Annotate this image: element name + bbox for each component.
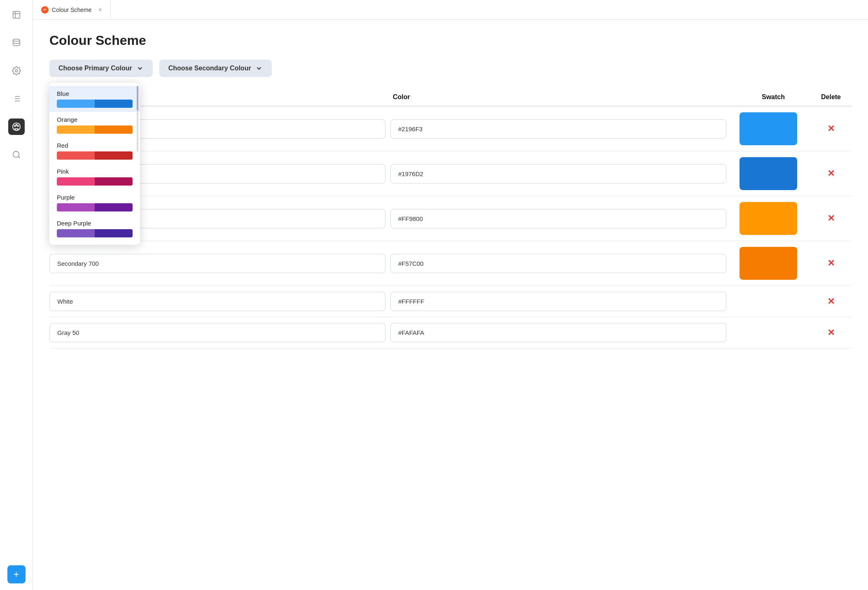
color-input-white[interactable] (390, 292, 726, 311)
add-button[interactable]: + (7, 565, 26, 583)
svg-rect-0 (13, 12, 20, 19)
dropdown-item-orange[interactable]: Orange (49, 112, 140, 138)
color-cell-white (390, 292, 726, 311)
sidebar: + (0, 0, 33, 590)
page-title: Colour Scheme (49, 33, 852, 48)
svg-point-3 (13, 39, 20, 42)
color-input-secondary500[interactable] (390, 209, 726, 228)
dropdown-item-pink[interactable]: Pink (49, 164, 140, 190)
chevron-down-icon (136, 65, 144, 72)
buttons-row: Choose Primary Colour Choose Secondary C… (49, 60, 852, 77)
delete-cell-secondary500: ✕ (810, 213, 852, 224)
delete-button-secondary500[interactable]: ✕ (827, 213, 835, 224)
blue-light (57, 100, 95, 108)
svg-point-15 (13, 151, 19, 158)
delete-cell-secondary700: ✕ (810, 258, 852, 269)
dropdown-item-blue-label: Blue (57, 90, 133, 97)
primary-500-swatch (740, 112, 797, 145)
tab-close-button[interactable]: × (98, 6, 102, 14)
name-cell-gray50 (49, 323, 385, 342)
blue-color-strip (57, 100, 133, 108)
dropdown-item-purple[interactable]: Purple (49, 190, 140, 216)
delete-button-gray50[interactable]: ✕ (827, 328, 835, 338)
dropdown-item-red-label: Red (57, 142, 133, 149)
choose-secondary-colour-button[interactable]: Choose Secondary Colour (159, 60, 272, 77)
content-area: Colour Scheme Choose Primary Colour Choo… (33, 20, 868, 590)
table-row: ✕ (49, 241, 852, 286)
purple-light (57, 203, 95, 211)
primary-colour-dropdown: Blue Orange Red (49, 83, 140, 245)
table-row: ✕ (49, 107, 852, 151)
red-light (57, 151, 95, 160)
pink-color-strip (57, 177, 133, 186)
color-input-primary700[interactable] (390, 164, 726, 184)
primary-button-label: Choose Primary Colour (58, 65, 132, 72)
sidebar-item-table[interactable] (8, 7, 25, 23)
color-input-primary500[interactable] (390, 119, 726, 139)
red-dark (95, 151, 133, 160)
delete-cell-primary500: ✕ (810, 123, 852, 134)
pink-dark (95, 177, 133, 186)
delete-button-secondary700[interactable]: ✕ (827, 258, 835, 269)
dropdown-item-deep-purple-label: Deep Purple (57, 220, 133, 227)
sidebar-item-database[interactable] (8, 35, 25, 51)
primary-700-swatch (740, 157, 797, 190)
table-row: ✕ (49, 317, 852, 348)
orange-dark (95, 125, 133, 134)
blue-dark (95, 100, 133, 108)
purple-dark (95, 203, 133, 211)
color-input-gray50[interactable] (390, 323, 726, 342)
secondary-button-label: Choose Secondary Colour (168, 65, 251, 72)
deep-purple-color-strip (57, 229, 133, 237)
deep-purple-dark (95, 229, 133, 237)
tab-title: Colour Scheme (52, 7, 92, 13)
swatch-cell-secondary500 (731, 202, 805, 235)
name-input-white[interactable] (49, 292, 385, 311)
secondary-500-swatch (740, 202, 797, 235)
header-delete: Delete (810, 93, 852, 101)
colour-scheme-tab[interactable]: ✏ Colour Scheme × (33, 0, 111, 19)
choose-primary-colour-button[interactable]: Choose Primary Colour (49, 60, 153, 77)
svg-point-4 (15, 70, 18, 72)
delete-cell-primary700: ✕ (810, 168, 852, 179)
name-cell-secondary700 (49, 254, 385, 273)
header-swatch: Swatch (736, 93, 810, 101)
name-cell-white (49, 292, 385, 311)
dropdown-scrollbar[interactable] (137, 86, 138, 152)
purple-color-strip (57, 203, 133, 211)
table-row: ✕ (49, 151, 852, 196)
table-header: Name Color Swatch Delete (49, 90, 852, 107)
color-cell-gray50 (390, 323, 726, 342)
color-cell-secondary700 (390, 254, 726, 273)
delete-button-primary700[interactable]: ✕ (827, 168, 835, 179)
table-row: ✕ (49, 286, 852, 317)
svg-line-16 (18, 156, 20, 158)
delete-cell-white: ✕ (810, 296, 852, 307)
sidebar-item-search[interactable] (8, 146, 25, 163)
dropdown-item-blue[interactable]: Blue (49, 86, 140, 112)
sidebar-item-list[interactable] (8, 91, 25, 107)
swatch-cell-primary500 (731, 112, 805, 145)
dropdown-item-purple-label: Purple (57, 194, 133, 201)
tab-bar: ✏ Colour Scheme × (33, 0, 868, 20)
header-color: Color (393, 93, 736, 101)
chevron-down-icon-secondary (255, 65, 263, 72)
dropdown-item-deep-purple[interactable]: Deep Purple (49, 216, 140, 242)
name-input-secondary700[interactable] (49, 254, 385, 273)
delete-button-primary500[interactable]: ✕ (827, 123, 835, 134)
delete-cell-gray50: ✕ (810, 328, 852, 338)
red-color-strip (57, 151, 133, 160)
color-input-secondary700[interactable] (390, 254, 726, 273)
dropdown-item-pink-label: Pink (57, 168, 133, 175)
color-cell-primary700 (390, 164, 726, 184)
tab-icon: ✏ (41, 6, 49, 14)
sidebar-item-palette[interactable] (8, 118, 25, 135)
svg-point-13 (16, 124, 17, 125)
name-input-gray50[interactable] (49, 323, 385, 342)
sidebar-item-settings[interactable] (8, 63, 25, 79)
color-cell-secondary500 (390, 209, 726, 228)
dropdown-item-red[interactable]: Red (49, 138, 140, 164)
deep-purple-light (57, 229, 95, 237)
svg-point-14 (17, 125, 19, 127)
delete-button-white[interactable]: ✕ (827, 296, 835, 307)
